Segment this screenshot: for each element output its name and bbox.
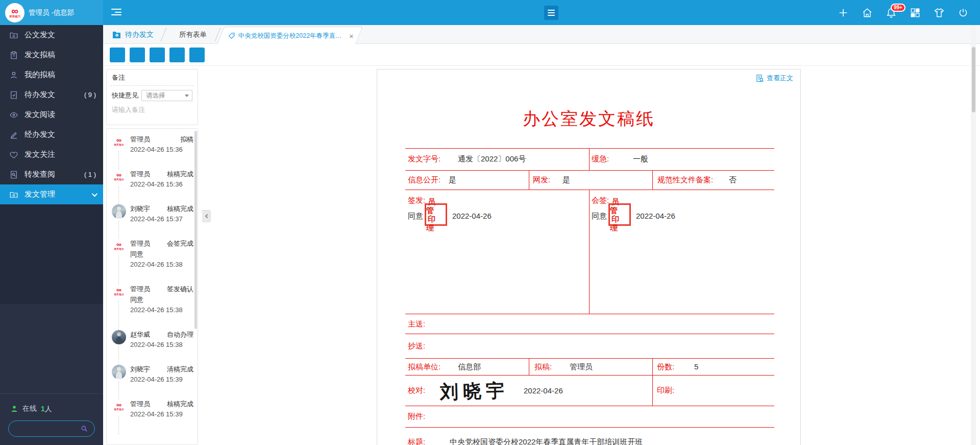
sidebar-item-icon [9, 90, 18, 100]
approval-timeline-panel: ∞ 华天动力 管理员 拟稿 2022-04-26 15:36 ∞ 华天动力 [106, 128, 198, 445]
sidebar-item[interactable]: 公文发文 [0, 25, 103, 45]
timeline-user: 刘晓宇 [130, 204, 150, 214]
timeline-scrollbar[interactable] [194, 131, 197, 329]
notification-badge: 99+ [891, 4, 905, 12]
avatar: ∞ 华天动力 [112, 365, 126, 379]
timeline-opinion: 同意 [130, 250, 193, 259]
sidebar-item[interactable]: 发文关注 [0, 145, 103, 165]
pane-label-text: 待办发文 [125, 30, 154, 39]
theme-shirt-icon[interactable] [934, 7, 945, 18]
toolbar-button[interactable] [169, 48, 185, 62]
countersign-label: 会签: [592, 196, 609, 205]
sidebar-item-count: ( 9 ) [84, 91, 96, 99]
sidebar-item-icon [9, 130, 18, 139]
sidebar-item[interactable]: 发文管理 [0, 184, 103, 204]
timeline-status: 签发确认 [167, 285, 193, 294]
timeline-entry: ∞ 华天动力 管理员 签发确认 同意 2022-04-26 15:38 [112, 285, 193, 314]
timeline-date: 2022-04-26 15:39 [130, 376, 193, 383]
sidebar-subitem[interactable] [0, 224, 103, 244]
document-title: 办公室发文稿纸 [377, 107, 800, 131]
notifications-bell-icon[interactable]: 99+ [886, 7, 897, 18]
avatar: ∞ 华天动力 [112, 239, 126, 253]
panel-collapse-handle[interactable] [202, 210, 211, 222]
avatar-logo-symbol: ∞ [116, 242, 121, 247]
timeline-entry: ∞ 华天动力 赵华威 自动办理 2022-04-26 15:38 [112, 330, 193, 348]
avatar-logo-text: 华天动力 [114, 408, 124, 411]
tabbar: 待办发文 所有表单 中央党校国资委分校2022年春季直属... × [103, 25, 980, 44]
avatar-logo-symbol: ∞ [116, 287, 121, 293]
sign-agree: 同意 [408, 212, 423, 221]
apps-grid-icon[interactable] [910, 7, 921, 18]
sidebar-item[interactable]: 待办发文 ( 9 ) [0, 85, 103, 105]
stamp-row2: 印理 [610, 215, 629, 232]
sidebar-item-label: 公文发文 [24, 30, 55, 40]
view-body-label: 查看正文 [767, 74, 793, 83]
home-icon[interactable] [862, 7, 873, 18]
power-logout-icon[interactable] [958, 7, 969, 18]
sidebar-item-label: 发文阅读 [24, 110, 55, 120]
tab-all-forms[interactable]: 所有表单 [172, 25, 214, 44]
sidebar-item[interactable]: 转发查阅 ( 1 ) [0, 165, 103, 184]
search-icon[interactable] [80, 425, 88, 433]
sidebar-subitem[interactable] [0, 264, 103, 284]
view-body-link[interactable]: 查看正文 [755, 74, 793, 83]
toolbar-button[interactable] [110, 48, 125, 62]
timeline-entry: ∞ 华天动力 管理员 拟稿 2022-04-26 15:36 [112, 135, 193, 153]
menu-collapse-icon[interactable] [111, 9, 121, 16]
main-scrollbar-thumb[interactable] [972, 47, 975, 112]
remark-panel: 备注 快捷意见 请选择 [106, 69, 198, 125]
timeline-date: 2022-04-26 15:36 [130, 180, 193, 188]
drafter-value: 管理员 [570, 362, 593, 372]
timeline-status: 自动办理 [167, 330, 193, 339]
sidebar-item-icon [9, 71, 18, 80]
sidebar-item[interactable]: 经办发文 [0, 125, 103, 145]
main-send-label: 主送: [408, 319, 425, 329]
online-unit: 人 [45, 405, 52, 413]
title-value: 中央党校国资委分校2022年春季直属青年干部培训班开班 [450, 437, 643, 445]
add-icon[interactable] [838, 7, 849, 18]
quick-opinion-select[interactable]: 请选择 [141, 90, 192, 101]
urgency-label: 缓急: [592, 154, 609, 164]
info-public-value: 是 [449, 175, 456, 185]
sidebar-item-icon [9, 51, 18, 60]
record-value: 否 [729, 175, 737, 185]
stamp-row2: 印理 [426, 215, 446, 232]
chevron-down-icon [92, 191, 97, 196]
online-user-icon [10, 405, 18, 413]
sidebar-item[interactable]: 发文阅读 [0, 105, 103, 125]
sidebar-item-label: 我的拟稿 [24, 70, 55, 80]
approval-timeline: ∞ 华天动力 管理员 拟稿 2022-04-26 15:36 ∞ 华天动力 [107, 129, 198, 418]
avatar: ∞ 华天动力 [112, 400, 126, 414]
timeline-status: 核稿完成 [167, 170, 193, 179]
toolbar-button[interactable] [150, 48, 165, 62]
timeline-status: 清稿完成 [167, 365, 193, 374]
avatar: ∞ 华天动力 [112, 204, 126, 219]
stamp-row1: 员管 [426, 197, 446, 215]
toolbar-button[interactable] [189, 48, 205, 62]
close-icon[interactable]: × [349, 32, 354, 40]
drafter-label: 拟稿: [534, 362, 552, 372]
sidebar-subitem[interactable] [0, 284, 103, 304]
avatar: ∞ 华天动力 [112, 330, 126, 344]
sidebar-item[interactable]: 发文拟稿 [0, 45, 103, 65]
timeline-user: 刘晓宇 [130, 365, 150, 374]
timeline-date: 2022-04-26 15:38 [130, 261, 193, 268]
sidebar-item-label: 发文拟稿 [24, 50, 55, 60]
proofread-signature: 刘晓宇 [439, 378, 509, 405]
sidebar-item[interactable]: 我的拟稿 [0, 65, 103, 85]
timeline-date: 2022-04-26 15:36 [130, 146, 193, 153]
doc-no-value: 通发〔2022〕006号 [458, 154, 526, 164]
chevron-left-icon [205, 214, 209, 218]
timeline-user: 管理员 [130, 170, 150, 179]
sidebar-item-icon [9, 150, 18, 159]
avatar: ∞ 华天动力 [112, 285, 126, 299]
logo-area: ∞ 华天动力 管理员 -信息部 [0, 0, 103, 25]
tab-document-active[interactable]: 中央党校国资委分校2022年春季直属... × [217, 27, 363, 44]
sidebar-menu: 公文发文 发文拟稿 我的拟稿 待办发文 ( 9 ) 发文阅读 [0, 25, 103, 204]
sidebar-search-input[interactable] [15, 425, 80, 433]
sidebar-subitem[interactable] [0, 204, 103, 224]
toolbar-button[interactable] [130, 48, 145, 62]
remark-textarea[interactable] [107, 101, 198, 122]
sidebar-subitem[interactable] [0, 244, 103, 264]
more-menus-icon[interactable] [544, 6, 558, 20]
